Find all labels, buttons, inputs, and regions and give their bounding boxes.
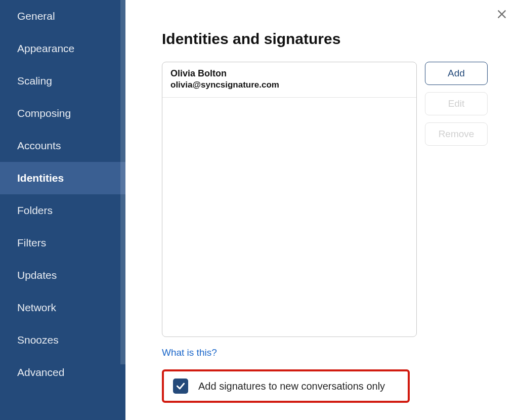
- identity-email: olivia@syncsignature.com: [170, 80, 408, 90]
- signatures-new-only-checkbox[interactable]: [173, 379, 188, 394]
- sidebar-item-filters[interactable]: Filters: [0, 227, 125, 259]
- sidebar-item-updates[interactable]: Updates: [0, 259, 125, 291]
- signatures-new-only-label: Add signatures to new conversations only: [198, 381, 385, 392]
- close-button[interactable]: [495, 7, 509, 21]
- sidebar-item-composing[interactable]: Composing: [0, 97, 125, 130]
- sidebar-item-folders[interactable]: Folders: [0, 194, 125, 227]
- sidebar-item-snoozes[interactable]: Snoozes: [0, 324, 125, 356]
- identities-list[interactable]: Olivia Bolton olivia@syncsignature.com: [162, 62, 417, 337]
- what-is-this-link[interactable]: What is this?: [162, 347, 217, 358]
- sidebar-item-network[interactable]: Network: [0, 291, 125, 324]
- highlighted-option: Add signatures to new conversations only: [162, 369, 410, 403]
- sidebar-item-scaling[interactable]: Scaling: [0, 65, 125, 97]
- main-panel: Identities and signatures Olivia Bolton …: [125, 0, 518, 420]
- edit-button: Edit: [425, 92, 488, 115]
- check-icon: [176, 381, 186, 391]
- identity-action-buttons: Add Edit Remove: [425, 62, 488, 146]
- settings-sidebar: General Appearance Scaling Composing Acc…: [0, 0, 125, 420]
- identity-name: Olivia Bolton: [170, 68, 408, 79]
- identities-row: Olivia Bolton olivia@syncsignature.com A…: [162, 62, 488, 337]
- add-button[interactable]: Add: [425, 62, 488, 85]
- sidebar-item-advanced[interactable]: Advanced: [0, 356, 125, 389]
- sidebar-item-appearance[interactable]: Appearance: [0, 32, 125, 65]
- sidebar-scroll-indicator: [120, 0, 125, 364]
- sidebar-item-general[interactable]: General: [0, 0, 125, 32]
- sidebar-item-identities[interactable]: Identities: [0, 162, 125, 194]
- close-icon: [497, 9, 507, 19]
- sidebar-item-accounts[interactable]: Accounts: [0, 130, 125, 162]
- remove-button: Remove: [425, 122, 488, 146]
- page-title: Identities and signatures: [162, 30, 488, 48]
- identity-entry[interactable]: Olivia Bolton olivia@syncsignature.com: [162, 62, 416, 98]
